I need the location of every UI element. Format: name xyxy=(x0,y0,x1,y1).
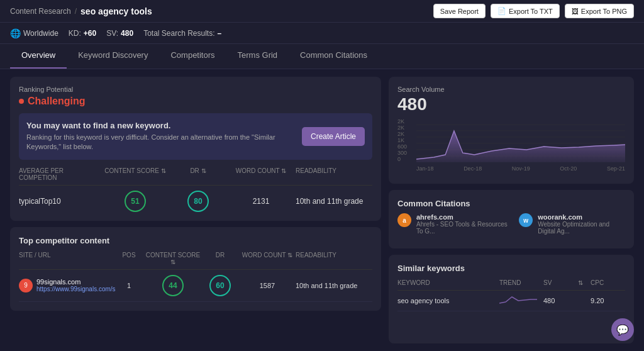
dr-badge: 80 xyxy=(187,191,209,212)
woorank-name: woorank.com xyxy=(538,213,625,221)
ahrefs-icon: a xyxy=(397,213,411,227)
chart-area: 2K 2K 2K 1K 600 300 0 xyxy=(397,118,625,175)
pos-cell: 1 xyxy=(113,282,145,289)
main-content: Ranking Potential Challenging You may wa… xyxy=(0,69,644,351)
common-citations-card: Common Citations a ahrefs.com Ahrefs - S… xyxy=(389,190,634,248)
ahrefs-desc: Ahrefs - SEO Tools & Resources To G... xyxy=(416,221,509,235)
chat-bubble[interactable]: 💬 xyxy=(611,318,634,341)
sv-value: 480 xyxy=(397,94,625,114)
woorank-icon: w xyxy=(519,213,533,227)
competitor-table-header: SITE / URL POS CONTENT SCORE ⇅ DR WORD C… xyxy=(19,252,372,270)
cs2-badge: 44 xyxy=(162,275,184,296)
nav-tabs: Overview Keyword Discovery Competitors T… xyxy=(0,44,644,69)
citation-item-woorank: w woorank.com Website Optimization and D… xyxy=(519,213,625,235)
cpc-header: CPC xyxy=(591,279,625,286)
alert-box: You may want to find a new keyword. Rank… xyxy=(19,113,372,160)
citations-list: a ahrefs.com Ahrefs - SEO Tools & Resour… xyxy=(397,213,625,240)
cpc-cell: 9.20 xyxy=(591,297,625,304)
wc-header: WORD COUNT ⇅ xyxy=(226,167,296,181)
top-competitor-card: Top competitor content SITE / URL POS CO… xyxy=(10,227,381,311)
total-search-results: Total Search Results: – xyxy=(143,29,221,38)
chart-svg xyxy=(416,118,625,162)
worldwide-label: Worldwide xyxy=(23,29,58,38)
trend-sparkline xyxy=(499,294,537,306)
rd2-cell: 10th and 11th grade xyxy=(296,282,372,289)
cs-header: CONTENT SCORE ⇅ xyxy=(101,167,170,181)
save-report-button[interactable]: Save Report xyxy=(433,4,486,18)
file-icon: 📄 xyxy=(497,7,506,15)
avg-table-header: AVERAGE PER COMPETION CONTENT SCORE ⇅ DR… xyxy=(19,167,372,186)
table-row: 9 99signals.com https://www.99signals.co… xyxy=(19,270,372,302)
tab-overview[interactable]: Overview xyxy=(10,44,67,69)
wc-value: 2131 xyxy=(226,197,296,206)
typical-top10: typicalTop10 xyxy=(19,197,101,206)
tab-terms-grid[interactable]: Terms Grid xyxy=(226,44,289,69)
alert-title: You may want to find a new keyword. xyxy=(26,121,294,130)
sv-title: Search Volume xyxy=(397,86,625,93)
cs2-header: CONTENT SCORE ⇅ xyxy=(145,252,201,265)
trend-header: TREND xyxy=(499,279,543,286)
similar-keywords-title: Similar keywords xyxy=(397,264,625,273)
cs-value: 51 xyxy=(101,191,170,212)
avg-table-row: typicalTop10 51 80 2131 10th and 11th gr… xyxy=(19,186,372,212)
site-header: SITE / URL xyxy=(19,252,113,265)
right-column: Search Volume 480 2K 2K 2K 1K 600 300 0 xyxy=(389,77,634,343)
rd2-header: READABILITY xyxy=(296,252,372,265)
site-url[interactable]: https://www.99signals.com/s xyxy=(36,286,116,292)
sk-table-header: KEYWORD TREND SV ⇅ CPC xyxy=(397,279,625,291)
alert-desc: Ranking for this keyword is very difficu… xyxy=(26,133,294,152)
tab-keyword-discovery[interactable]: Keyword Discovery xyxy=(67,44,159,69)
status-dot xyxy=(19,99,24,104)
common-citations-title: Common Citations xyxy=(397,199,625,208)
dr2-badge: 60 xyxy=(209,275,231,296)
chart-canvas xyxy=(416,118,625,164)
dr2-cell: 60 xyxy=(201,275,239,296)
cs-badge: 51 xyxy=(125,191,146,212)
left-column: Ranking Potential Challenging You may wa… xyxy=(10,77,381,343)
woorank-desc: Website Optimization and Digital Ag... xyxy=(538,221,625,235)
search-volume-card: Search Volume 480 2K 2K 2K 1K 600 300 0 xyxy=(389,77,634,184)
rd-value: 10th and 11th grade xyxy=(296,197,372,206)
export-png-button[interactable]: 🖼 Export To PNG xyxy=(565,4,634,18)
create-article-button[interactable]: Create Article xyxy=(302,127,365,146)
header: Content Research / seo agency tools Save… xyxy=(0,0,644,23)
image-icon: 🖼 xyxy=(572,8,579,15)
kw-cell: seo agency tools xyxy=(397,297,499,304)
avg-per-competition-table: AVERAGE PER COMPETION CONTENT SCORE ⇅ DR… xyxy=(19,167,372,212)
tab-competitors[interactable]: Competitors xyxy=(159,44,226,69)
dr-value: 80 xyxy=(170,191,226,212)
ahrefs-name: ahrefs.com xyxy=(416,213,509,221)
sk-row: seo agency tools 480 9.20 xyxy=(397,291,625,311)
breadcrumb: Content Research / seo agency tools xyxy=(10,6,152,16)
wc2-cell: 1587 xyxy=(239,282,296,289)
site-cell: 9 99signals.com https://www.99signals.co… xyxy=(19,278,113,292)
tab-common-citations[interactable]: Common Citations xyxy=(289,44,379,69)
cs2-cell: 44 xyxy=(145,275,201,296)
avg-header: AVERAGE PER COMPETION xyxy=(19,167,101,181)
trend-cell xyxy=(499,294,543,307)
ranking-potential-card: Ranking Potential Challenging You may wa… xyxy=(10,77,381,221)
ranking-label: Ranking Potential xyxy=(19,86,372,93)
kw-header: KEYWORD xyxy=(397,279,499,286)
worldwide-filter[interactable]: 🌐 Worldwide xyxy=(10,28,58,38)
site-name: 99signals.com xyxy=(36,278,116,286)
chart-y-labels: 2K 2K 2K 1K 600 300 0 xyxy=(397,118,415,162)
top-competitor-title: Top competitor content xyxy=(19,236,372,245)
citation-item-ahrefs: a ahrefs.com Ahrefs - SEO Tools & Resour… xyxy=(397,213,509,235)
export-txt-button[interactable]: 📄 Export To TXT xyxy=(491,4,560,18)
sv-cell: 480 xyxy=(543,297,578,304)
rd-header: READABILITY xyxy=(296,167,372,181)
globe-icon: 🌐 xyxy=(10,28,21,38)
chart-x-labels: Jan-18 Dec-18 Nov-19 Oct-20 Sep-21 xyxy=(416,165,625,172)
kd-filter: KD: +60 xyxy=(69,29,96,38)
breadcrumb-title: seo agency tools xyxy=(80,6,152,16)
sort-icon: ⇅ xyxy=(578,279,591,286)
filters-bar: 🌐 Worldwide KD: +60 SV: 480 Total Search… xyxy=(0,23,644,44)
dr2-header: DR xyxy=(201,252,239,265)
breadcrumb-base: Content Research xyxy=(10,7,71,16)
avatar: 9 xyxy=(19,279,33,292)
sv-header: SV xyxy=(543,279,578,286)
wc2-header: WORD COUNT ⇅ xyxy=(239,252,296,265)
pos-header: POS xyxy=(113,252,145,265)
sv-filter: SV: 480 xyxy=(106,29,133,38)
